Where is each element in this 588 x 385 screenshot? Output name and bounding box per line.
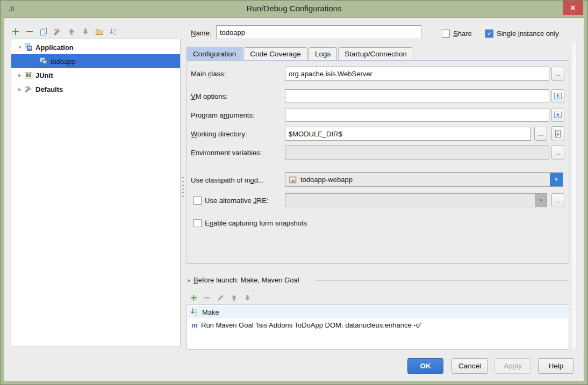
expand-field-icon — [554, 92, 562, 100]
close-button[interactable]: × — [563, 1, 583, 15]
working-directory-label: Working directory: — [191, 130, 247, 138]
apply-button[interactable]: Apply — [494, 358, 531, 374]
expand-closed-icon[interactable]: ▶ — [16, 73, 24, 78]
label-part: RE: — [257, 197, 269, 205]
tab-label: Logs — [315, 50, 331, 58]
move-down-button[interactable] — [80, 26, 91, 37]
tab-logs[interactable]: Logs — [309, 47, 337, 61]
ellipsis-icon: ... — [538, 130, 543, 137]
wrench-icon — [53, 27, 62, 36]
label-part: nstance only — [520, 30, 559, 38]
maven-task-item[interactable]: m Run Maven Goal 'Isis Addons ToDoApp DO… — [188, 318, 568, 331]
scrollbar-track[interactable] — [571, 42, 577, 350]
program-arguments-label: Program arguments: — [191, 111, 255, 119]
label-part: lass: — [211, 70, 226, 78]
ellipsis-icon: ... — [555, 197, 561, 204]
working-directory-macros-button[interactable] — [551, 126, 564, 141]
edit-defaults-button[interactable] — [52, 26, 63, 37]
classpath-module-combobox[interactable]: todoapp-webapp ▼ — [285, 172, 563, 187]
move-up-button[interactable] — [66, 26, 77, 37]
title-bar[interactable]: JI Run/Debug Configurations × — [0, 0, 588, 17]
before-launch-add-button[interactable] — [188, 292, 199, 303]
label-part: Use alternative — [205, 197, 253, 205]
create-folder-button[interactable] — [94, 26, 105, 37]
tab-configuration[interactable]: Configuration — [187, 47, 242, 61]
working-directory-browse-button[interactable]: ... — [534, 127, 547, 141]
vm-options-label: VM options: — [191, 92, 228, 100]
tab-bar: Configuration Code Coverage Logs Startup… — [187, 47, 414, 61]
alternative-jre-checkbox[interactable] — [193, 197, 202, 205]
configurations-tree: ▼ Application todoapp ▶ JUnit ▶ Defaults — [11, 39, 181, 346]
collapse-triangle-icon[interactable]: ▼ — [187, 278, 191, 284]
single-instance-label[interactable]: Single instance only — [497, 30, 559, 38]
tree-item-label: JUnit — [35, 71, 53, 79]
sort-configurations-button[interactable]: a z — [108, 26, 119, 37]
add-configuration-button[interactable] — [10, 26, 21, 37]
classpath-module-label: Use classpath of mod... — [191, 176, 264, 184]
tree-item-defaults[interactable]: ▶ Defaults — [11, 82, 180, 96]
tree-item-junit[interactable]: ▶ JUnit — [11, 68, 180, 82]
label-part: d... — [254, 176, 264, 184]
label-part: Single — [497, 30, 518, 38]
vm-options-input[interactable] — [285, 89, 549, 103]
single-instance-checkbox[interactable]: ✓ — [485, 30, 493, 38]
tab-label: Code Coverage — [250, 50, 301, 58]
mnemonic: N — [191, 29, 196, 37]
environment-variables-input — [285, 146, 549, 159]
copy-configuration-button[interactable] — [38, 26, 49, 37]
enable-snapshots-label[interactable]: Enable capturing form snapshots — [205, 219, 307, 227]
insert-macro-icon — [554, 129, 562, 138]
main-class-browse-button[interactable]: ... — [551, 67, 564, 81]
before-launch-remove-button[interactable] — [202, 292, 212, 303]
before-launch-move-up-button[interactable] — [228, 292, 239, 303]
help-button[interactable]: Help — [538, 358, 574, 374]
name-input[interactable] — [216, 25, 421, 39]
expand-closed-icon[interactable]: ▶ — [16, 87, 24, 92]
program-arguments-input[interactable] — [285, 108, 549, 122]
tab-label: Startup/Connection — [345, 50, 407, 58]
alternative-jre-combobox: ▼ — [285, 193, 547, 207]
minus-icon — [25, 27, 34, 36]
mnemonic: V — [191, 92, 196, 100]
program-arguments-expand-button[interactable] — [551, 108, 564, 122]
share-label[interactable]: Share — [453, 30, 472, 38]
splitter-handle[interactable] — [182, 177, 184, 198]
environment-variables-browse-button[interactable]: ... — [551, 146, 564, 159]
alternative-jre-label[interactable]: Use alternative JRE: — [205, 197, 269, 205]
tree-item-label: Application — [35, 43, 74, 52]
ok-button[interactable]: OK — [407, 358, 443, 374]
button-label: Help — [549, 362, 564, 370]
enable-snapshots-checkbox[interactable] — [193, 219, 202, 227]
task-label: Run Maven Goal 'Isis Addons ToDoApp DOM:… — [201, 321, 421, 329]
label-part: M options: — [196, 92, 228, 100]
tree-item-label: todoapp — [51, 57, 76, 66]
vm-options-expand-button[interactable] — [551, 89, 564, 103]
tab-code-coverage[interactable]: Code Coverage — [243, 47, 307, 61]
tree-item-todoapp[interactable]: todoapp — [11, 54, 180, 68]
cancel-button[interactable]: Cancel — [451, 358, 488, 374]
tab-startup-connection[interactable]: Startup/Connection — [338, 47, 413, 61]
before-launch-move-down-button[interactable] — [242, 292, 253, 303]
arrow-up-icon — [230, 294, 238, 302]
make-bits-text: 01 — [195, 314, 198, 316]
combobox-arrow-icon[interactable]: ▼ — [550, 173, 563, 186]
label-part: guments: — [226, 111, 254, 119]
working-directory-input[interactable] — [285, 127, 531, 141]
minus-icon — [203, 294, 211, 302]
before-launch-edit-button[interactable] — [215, 292, 226, 303]
make-icon: 01 10 01 — [190, 308, 199, 316]
tree-item-application[interactable]: ▼ Application — [11, 40, 180, 54]
section-divider — [315, 280, 569, 281]
run-debug-configurations-dialog: JI Run/Debug Configurations × a — [0, 0, 588, 385]
tab-label: Configuration — [193, 50, 236, 58]
remove-configuration-button[interactable] — [24, 26, 35, 37]
alternative-jre-browse-button[interactable]: ... — [551, 193, 564, 207]
arrow-down-icon — [243, 294, 252, 302]
mnemonic: B — [193, 276, 198, 284]
expand-open-icon[interactable]: ▼ — [16, 45, 24, 50]
share-checkbox[interactable] — [442, 30, 450, 38]
arrow-up-icon — [67, 27, 76, 36]
make-task-item[interactable]: 01 10 01 Make — [188, 306, 568, 318]
combobox-arrow-icon: ▼ — [535, 194, 547, 207]
main-class-input[interactable] — [285, 67, 549, 81]
